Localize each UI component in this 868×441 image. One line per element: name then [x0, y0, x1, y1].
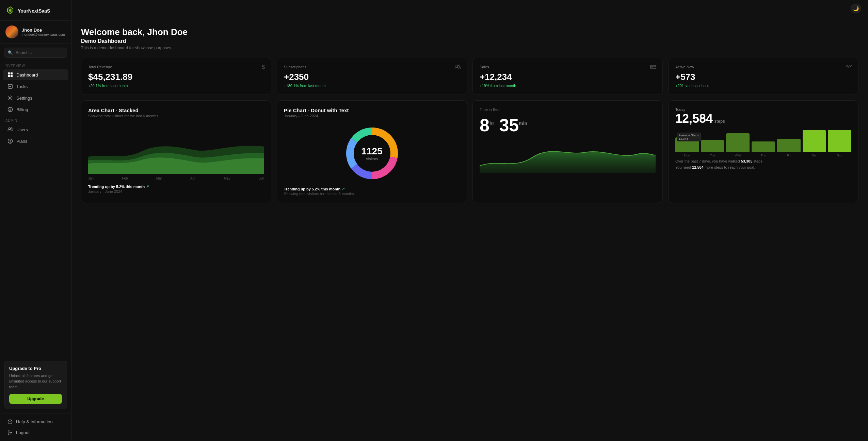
card-subs-sub: +180.1% from last month — [284, 84, 460, 88]
bar-label-thu: Thu — [761, 154, 766, 157]
stat-cards-row: Total Revenue $ $45,231.89 +20.1% from l… — [81, 58, 858, 95]
area-chart-trend: Trending up by 5.2% this month ↗ — [88, 184, 264, 189]
area-chart-card: Area Chart - Stacked Showing total visit… — [81, 100, 271, 203]
billing-icon: $ — [7, 107, 13, 112]
donut-chart-trend: Trending up by 5.2% this month ↗ — [284, 187, 460, 191]
area-chart-subtitle: Showing total visitors for the last 6 mo… — [88, 114, 264, 118]
time-bed-hours: 8hr 35min — [480, 115, 527, 135]
sidebar-item-help[interactable]: ? Help & Information — [3, 417, 68, 427]
welcome-title: Welcome back, Jhon Doe — [81, 27, 858, 37]
search-box[interactable]: 🔍 — [4, 48, 67, 58]
plans-icon: $ — [7, 138, 13, 144]
avatar — [5, 26, 18, 38]
settings-icon — [7, 95, 13, 101]
area-chart-x-labels: Jan Feb Mar Apr May Jun — [88, 176, 264, 180]
sidebar-item-tasks[interactable]: Tasks — [3, 81, 68, 92]
area-chart-title: Area Chart - Stacked — [88, 107, 264, 113]
sidebar-item-settings[interactable]: Settings — [3, 92, 68, 103]
card-revenue-value: $45,231.89 — [88, 72, 264, 82]
time-bed-wave — [480, 139, 656, 173]
donut-chart-subtitle: January - June 2024 — [284, 114, 460, 118]
avg-label-box: Average Steps 12,343 — [677, 133, 701, 141]
card-revenue-sub: +20.1% from last month — [88, 84, 264, 88]
logout-label: Logout — [16, 430, 30, 435]
sidebar-label-billing: Billing — [16, 107, 28, 112]
card-active-label: Active Now — [675, 65, 851, 69]
user-profile: Jhon Doe jhondoe@yournextsaas.com — [0, 21, 71, 44]
svg-rect-5 — [8, 75, 10, 77]
donut-label: Visitors — [361, 157, 382, 161]
search-icon: 🔍 — [8, 50, 13, 55]
section-label-overview: Overview — [0, 61, 71, 69]
bar-col-sat: Sat — [803, 130, 826, 157]
svg-point-8 — [10, 97, 11, 99]
profile-email: jhondoe@yournextsaas.com — [22, 33, 65, 36]
time-bed-value: 8hr 35min — [480, 116, 656, 134]
steps-value: 12,584 — [675, 112, 713, 125]
bar-label-sun: Sun — [837, 154, 842, 157]
donut-trend-icon: ↗ — [342, 187, 345, 191]
card-icon — [650, 64, 656, 70]
donut-chart-card: Pie Chart - Donut with Text January - Ju… — [277, 100, 467, 203]
svg-rect-3 — [8, 72, 10, 74]
bar-label-tue: Tue — [710, 154, 715, 157]
svg-text:?: ? — [9, 420, 11, 424]
steps-footer: Over the past 7 days, you have walked 53… — [675, 158, 851, 170]
svg-rect-6 — [11, 75, 13, 77]
svg-point-12 — [11, 128, 12, 129]
topbar: 🌙 — [71, 0, 868, 17]
sidebar-item-dashboard[interactable]: Dashboard — [3, 69, 68, 80]
card-sales-label: Sales — [480, 65, 656, 69]
steps-card: Today 12,584 steps Average Steps 12,343 … — [668, 100, 858, 203]
profile-info: Jhon Doe jhondoe@yournextsaas.com — [22, 28, 65, 36]
svg-point-17 — [456, 65, 458, 67]
sidebar: YourNextSaaS Jhon Doe jhondoe@yournextsa… — [0, 0, 71, 441]
dollar-icon: $ — [262, 64, 265, 70]
bar-col-wed: Wed — [726, 130, 750, 157]
donut-chart-visual: 1125 Visitors — [284, 123, 460, 184]
svg-text:$: $ — [9, 108, 11, 112]
theme-toggle-button[interactable]: 🌙 — [851, 4, 861, 13]
bar-label-wed: Wed — [735, 154, 741, 157]
sidebar-item-plans[interactable]: $ Plans — [3, 136, 68, 147]
bar-col-fri: Fri — [777, 130, 801, 157]
dashboard-body: Welcome back, Jhon Doe Demo Dashboard Th… — [71, 17, 868, 213]
main-content: 🌙 Welcome back, Jhon Doe Demo Dashboard … — [71, 0, 868, 441]
card-revenue-label: Total Revenue — [88, 65, 264, 69]
logo-text: YourNextSaaS — [18, 8, 50, 14]
sidebar-item-logout[interactable]: Logout — [3, 427, 68, 438]
time-in-bed-card: Time in Bed 8hr 35min — [472, 100, 663, 203]
svg-rect-19 — [650, 65, 656, 69]
svg-point-18 — [459, 65, 460, 66]
upgrade-desc: Unlock all features and get unlimited ac… — [9, 373, 62, 390]
avg-line — [675, 142, 851, 142]
avg-label: Average Steps — [679, 134, 699, 137]
bar-col-tue: Tue — [701, 130, 724, 157]
svg-text:$: $ — [9, 140, 11, 143]
charts-row: Area Chart - Stacked Showing total visit… — [81, 100, 858, 203]
users-card-icon — [454, 64, 461, 72]
svg-point-11 — [9, 128, 11, 130]
steps-unit: steps — [714, 119, 725, 124]
card-active-sub: +201 since last hour — [675, 84, 851, 88]
dashboard-title: Demo Dashboard — [81, 38, 858, 44]
tasks-icon — [7, 84, 13, 89]
sidebar-item-users[interactable]: Users — [3, 124, 68, 135]
dashboard-desc: This is a demo dashboard for showcase pu… — [81, 46, 858, 50]
search-input[interactable] — [16, 50, 63, 55]
card-subs-value: +2350 — [284, 72, 460, 82]
sidebar-label-dashboard: Dashboard — [16, 72, 38, 78]
activity-icon — [846, 64, 852, 70]
sidebar-label-plans: Plans — [16, 139, 28, 144]
area-chart-date: January - June 2024 — [88, 189, 264, 193]
area-chart-visual — [88, 123, 264, 174]
bar-sun — [828, 130, 851, 152]
moon-icon: 🌙 — [853, 6, 859, 11]
dashboard-icon — [7, 72, 13, 78]
users-icon — [7, 127, 13, 132]
upgrade-button[interactable]: Upgrade — [9, 394, 62, 404]
donut-chart-title: Pie Chart - Donut with Text — [284, 107, 460, 113]
sidebar-item-billing[interactable]: $ Billing — [3, 104, 68, 115]
card-sales: Sales +12,234 +19% from last month — [472, 58, 663, 95]
sidebar-label-settings: Settings — [16, 96, 32, 101]
